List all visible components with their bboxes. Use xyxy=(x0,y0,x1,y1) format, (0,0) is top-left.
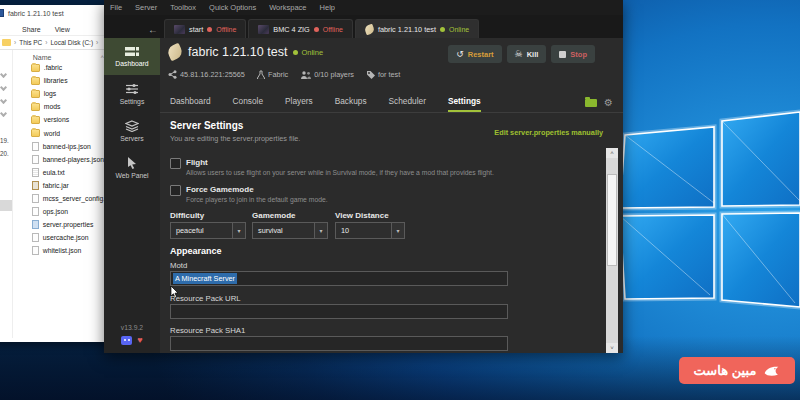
sidebar-item-web-panel[interactable]: Web Panel xyxy=(104,149,160,186)
menu-server[interactable]: Server xyxy=(135,3,157,12)
tag-icon xyxy=(366,70,375,79)
gear-icon[interactable]: ⚙ xyxy=(604,98,613,108)
view-distance-select[interactable]: 10 ▾ xyxy=(335,222,405,239)
tab-scheduler[interactable]: Scheduler xyxy=(389,96,426,112)
menu-quick-options[interactable]: Quick Options xyxy=(209,3,256,12)
column-header-name[interactable]: Name ˄ xyxy=(17,54,110,61)
scroll-up-arrow[interactable]: ˄ xyxy=(606,148,618,158)
mcss-app-window: File Server Toolbox Quick Options Worksp… xyxy=(104,0,623,353)
folder-row[interactable]: .fabric xyxy=(17,61,110,74)
file-row[interactable]: whitelist.json xyxy=(17,244,110,257)
file-name: fabric.jar xyxy=(43,182,69,189)
dashboard-icon xyxy=(124,46,140,57)
resource-pack-sha1-label: Resource Pack SHA1 xyxy=(170,326,245,335)
file-name: ops.json xyxy=(43,208,68,215)
ribbon-tab-share[interactable]: Share xyxy=(22,26,41,33)
tab-players[interactable]: Players xyxy=(285,96,313,112)
server-thumbnail-icon xyxy=(174,25,185,34)
sidebar-item-dashboard[interactable]: Dashboard xyxy=(104,38,160,75)
file-row[interactable]: eula.txt xyxy=(17,166,110,179)
heart-icon[interactable]: ♥ xyxy=(137,336,142,345)
explorer-window-icon xyxy=(0,9,4,17)
file-row[interactable]: ops.json xyxy=(17,205,110,218)
motd-input[interactable]: A Minecraft Server xyxy=(170,271,508,286)
flight-checkbox[interactable] xyxy=(170,158,181,169)
file-row[interactable]: banned-ips.json xyxy=(17,140,110,153)
resource-pack-sha1-input[interactable] xyxy=(170,336,508,351)
file-row[interactable]: fabric.jar xyxy=(17,179,110,192)
explorer-file-list: Name ˄ .fabric libraries logs mods versi… xyxy=(13,50,110,338)
server-tab-status: Offline xyxy=(323,26,343,33)
breadcrumb[interactable]: › This PC › Local Disk (C:) › xyxy=(0,36,110,50)
file-row[interactable]: mcss_server_config.js xyxy=(17,192,110,205)
tab-dashboard[interactable]: Dashboard xyxy=(170,96,211,112)
tab-backups[interactable]: Backups xyxy=(335,96,367,112)
scrollbar-thumb[interactable] xyxy=(607,174,617,266)
server-tab-status: Offline xyxy=(216,26,236,33)
ribbon-tab-view[interactable]: View xyxy=(55,26,70,33)
folder-row[interactable]: mods xyxy=(17,100,110,113)
fabric-feather-icon xyxy=(364,23,376,35)
menu-help[interactable]: Help xyxy=(320,3,335,12)
folder-row[interactable]: libraries xyxy=(17,74,110,87)
sidebar-item-servers[interactable]: Servers xyxy=(104,112,160,149)
vertical-scrollbar[interactable]: ˄ ˅ xyxy=(606,148,618,353)
sidebar-item-settings[interactable]: Settings xyxy=(104,75,160,112)
stop-button[interactable]: Stop xyxy=(551,45,595,63)
difficulty-select[interactable]: peaceful ▾ xyxy=(170,222,246,239)
resource-pack-url-input[interactable] xyxy=(170,304,508,319)
force-gamemode-label: Force Gamemode xyxy=(186,185,254,194)
explorer-titlebar[interactable]: fabric 1.21.10 test xyxy=(0,5,110,21)
app-menubar: File Server Toolbox Quick Options Worksp… xyxy=(104,0,623,15)
nav-selected-item[interactable] xyxy=(0,200,12,211)
file-row[interactable]: banned-players.json xyxy=(17,153,110,166)
settings-scroll-area: ........................................… xyxy=(160,148,623,353)
gamemode-label: Gamemode xyxy=(252,211,296,220)
flask-icon xyxy=(257,70,265,79)
file-icon xyxy=(32,142,39,151)
folder-row[interactable]: versions xyxy=(17,113,110,126)
file-name: banned-ips.json xyxy=(43,143,91,150)
skull-icon: ☠ xyxy=(515,50,523,59)
breadcrumb-this-pc[interactable]: This PC xyxy=(19,39,42,46)
edit-properties-link[interactable]: Edit server.properties manually xyxy=(494,128,603,137)
restart-label: Restart xyxy=(468,50,494,59)
sidebar-item-label: Web Panel xyxy=(115,172,148,179)
file-row[interactable]: server.properties xyxy=(17,218,110,231)
menu-toolbox[interactable]: Toolbox xyxy=(170,3,196,12)
breadcrumb-separator: › xyxy=(45,39,47,46)
file-name: eula.txt xyxy=(43,169,65,176)
tab-settings[interactable]: Settings xyxy=(448,96,481,112)
restart-icon: ↺ xyxy=(456,50,464,59)
stop-icon xyxy=(559,51,566,58)
back-arrow-icon[interactable]: ← xyxy=(148,24,158,35)
menu-workspace[interactable]: Workspace xyxy=(269,3,306,12)
menu-file[interactable]: File xyxy=(110,3,122,12)
gamemode-value: survival xyxy=(253,226,314,235)
file-explorer-window: fabric 1.21.10 test Share View › This PC… xyxy=(0,5,110,342)
nav-pinned-item[interactable]: GE_1.19. xyxy=(0,137,9,144)
restart-button[interactable]: ↺ Restart xyxy=(448,45,501,63)
file-name: usercache.json xyxy=(43,234,89,241)
open-folder-icon[interactable] xyxy=(585,99,597,107)
server-tab-fabric-test[interactable]: fabric 1.21.10 test Online xyxy=(355,19,479,38)
kill-button[interactable]: ☠ Kill xyxy=(507,45,547,63)
file-name: whitelist.json xyxy=(43,247,82,254)
force-gamemode-checkbox[interactable] xyxy=(170,185,181,196)
nav-pinned-item[interactable]: GE_1.20. xyxy=(0,150,9,157)
folder-icon xyxy=(31,90,40,98)
gamemode-select[interactable]: survival ▾ xyxy=(252,222,328,239)
discord-icon[interactable] xyxy=(121,336,132,345)
server-tab-start[interactable]: start Offline xyxy=(164,19,246,38)
folder-icon xyxy=(31,64,40,72)
folder-name: libraries xyxy=(44,77,68,84)
folder-row[interactable]: world xyxy=(17,126,110,139)
file-row[interactable]: usercache.json xyxy=(17,231,110,244)
status-dot-offline xyxy=(314,27,319,32)
server-tab-bmc4zig[interactable]: BMC 4 ZIG Offline xyxy=(248,19,353,38)
tab-console[interactable]: Console xyxy=(233,96,263,112)
breadcrumb-local-disk[interactable]: Local Disk (C:) xyxy=(50,39,93,46)
folder-row[interactable]: logs xyxy=(17,87,110,100)
scroll-down-arrow[interactable]: ˅ xyxy=(606,343,618,353)
server-status: Online xyxy=(293,48,323,57)
